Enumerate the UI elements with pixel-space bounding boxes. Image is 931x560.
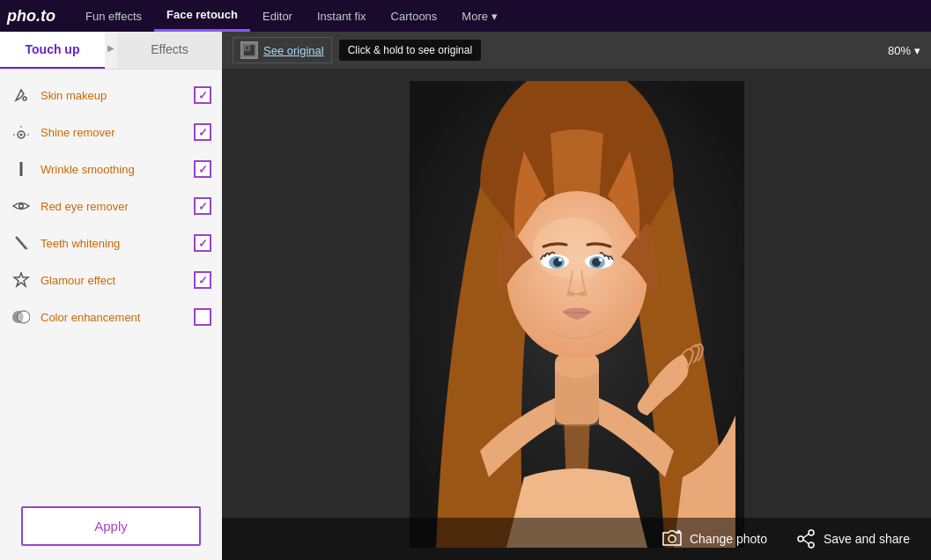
see-original-button[interactable]: See original xyxy=(233,37,332,63)
skin-makeup-icon xyxy=(11,85,32,106)
change-photo-button[interactable]: Change photo xyxy=(661,528,767,549)
tooltip: Click & hold to see original xyxy=(339,40,481,61)
svg-point-27 xyxy=(809,530,814,535)
original-icon xyxy=(240,41,258,59)
nav-cartoons[interactable]: Cartoons xyxy=(379,0,450,32)
color-checkbox[interactable] xyxy=(194,308,211,326)
teeth-icon xyxy=(11,232,32,254)
retouch-item-color[interactable]: Color enhancement xyxy=(0,298,222,335)
color-icon xyxy=(11,306,32,328)
tab-touch-up[interactable]: Touch up xyxy=(0,32,105,69)
save-share-button[interactable]: Save and share xyxy=(795,528,910,549)
bottom-bar: Change photo Save and share xyxy=(222,518,931,560)
shine-remover-checkbox[interactable] xyxy=(194,123,211,141)
nav-fun-effects[interactable]: Fun effects xyxy=(73,0,154,32)
retouch-list: Skin makeup Shine remover xyxy=(0,70,222,492)
skin-makeup-label: Skin makeup xyxy=(41,89,194,102)
red-eye-checkbox[interactable] xyxy=(194,197,211,215)
svg-point-23 xyxy=(599,258,602,262)
svg-point-24 xyxy=(566,291,575,297)
wrinkle-label: Wrinkle smoothing xyxy=(41,163,194,176)
zoom-control[interactable]: 80% ▾ xyxy=(888,44,920,57)
logo[interactable]: pho.to xyxy=(7,7,55,26)
left-panel: Touch up ▶ Effects Skin makeup xyxy=(0,32,222,560)
svg-line-31 xyxy=(803,540,809,544)
retouch-item-red-eye[interactable]: Red eye remover xyxy=(0,188,222,225)
svg-point-28 xyxy=(798,536,803,542)
change-photo-icon xyxy=(661,528,683,549)
see-original-label: See original xyxy=(263,44,324,57)
svg-point-29 xyxy=(809,542,814,548)
tab-bar: Touch up ▶ Effects xyxy=(0,32,222,70)
skin-makeup-checkbox[interactable] xyxy=(194,86,211,104)
main-layout: Touch up ▶ Effects Skin makeup xyxy=(0,32,931,560)
red-eye-icon xyxy=(11,195,32,217)
zoom-label: 80% xyxy=(888,44,911,57)
glamour-label: Glamour effect xyxy=(41,274,194,287)
canvas-toolbar: See original Click & hold to see origina… xyxy=(222,32,931,69)
wrinkle-icon xyxy=(11,158,32,180)
nav-editor[interactable]: Editor xyxy=(250,0,305,32)
canvas-area: See original Click & hold to see origina… xyxy=(222,32,931,560)
nav-face-retouch[interactable]: Face retouch xyxy=(154,0,250,32)
nav-more[interactable]: More ▾ xyxy=(449,0,510,32)
tab-effects[interactable]: Effects xyxy=(117,32,222,69)
svg-point-2 xyxy=(20,134,23,136)
teeth-checkbox[interactable] xyxy=(194,234,211,252)
zoom-arrow-icon: ▾ xyxy=(914,44,920,57)
retouch-item-skin-makeup[interactable]: Skin makeup xyxy=(0,77,222,114)
tab-arrow: ▶ xyxy=(105,32,117,63)
shine-remover-icon xyxy=(11,122,32,143)
wrinkle-checkbox[interactable] xyxy=(194,160,211,178)
retouch-item-glamour[interactable]: Glamour effect xyxy=(0,262,222,298)
change-photo-label: Change photo xyxy=(690,532,767,546)
retouch-item-wrinkle[interactable]: Wrinkle smoothing xyxy=(0,151,222,188)
glamour-icon xyxy=(11,269,32,291)
apply-button[interactable]: Apply xyxy=(21,506,201,546)
svg-point-5 xyxy=(20,205,23,208)
svg-point-0 xyxy=(23,97,26,100)
svg-line-30 xyxy=(803,534,809,539)
svg-rect-9 xyxy=(245,46,249,50)
save-share-icon xyxy=(795,528,816,549)
shine-remover-label: Shine remover xyxy=(41,126,194,139)
svg-point-15 xyxy=(533,217,612,279)
svg-point-19 xyxy=(558,258,562,262)
image-area xyxy=(222,69,931,560)
glamour-checkbox[interactable] xyxy=(194,271,211,289)
svg-point-26 xyxy=(669,535,676,542)
retouch-item-shine-remover[interactable]: Shine remover xyxy=(0,114,222,151)
save-share-label: Save and share xyxy=(824,532,910,546)
portrait-image xyxy=(410,81,744,548)
chevron-down-icon: ▾ xyxy=(491,10,498,23)
color-label: Color enhancement xyxy=(41,311,194,324)
svg-point-25 xyxy=(579,291,587,297)
nav-instant-fix[interactable]: Instant fix xyxy=(305,0,379,32)
teeth-label: Teeth whitening xyxy=(41,237,194,250)
retouch-item-teeth[interactable]: Teeth whitening xyxy=(0,225,222,262)
red-eye-label: Red eye remover xyxy=(41,200,194,213)
apply-section: Apply xyxy=(0,492,222,560)
top-nav: pho.to Fun effects Face retouch Editor I… xyxy=(0,0,931,32)
